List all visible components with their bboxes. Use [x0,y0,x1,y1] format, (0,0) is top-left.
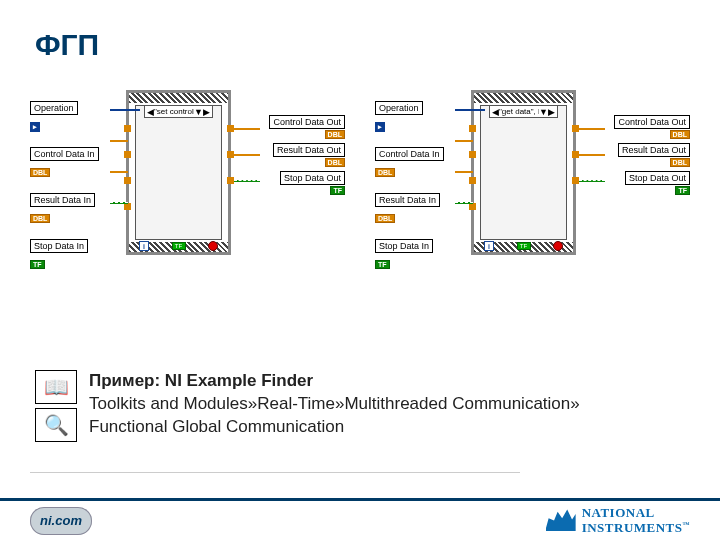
diagram-set-control: Operation▸ Control Data InDBL Result Dat… [30,85,345,265]
output-stop-data: Stop Data OutTF [265,167,345,171]
enum-icon: ▸ [375,122,385,132]
shift-register-icon [124,177,131,184]
stop-terminal-icon [553,241,563,251]
book-icon: 📖 [35,370,77,404]
wire [455,202,473,204]
stop-terminal-icon [208,241,218,251]
input-column: Operation▸ Control Data InDBL Result Dat… [375,97,455,281]
nicom-badge: ni.com [30,507,92,535]
loop-border-top [474,93,573,103]
dbl-icon: DBL [670,158,690,167]
case-structure: ◀ "get data", Default ▼ ▶ [480,105,567,240]
chevron-right-icon[interactable]: ▶ [548,107,555,117]
find-icon: 🔍 [35,408,77,442]
shift-register-icon [124,125,131,132]
input-result-data: Result Data InDBL [30,189,110,225]
wire [110,109,140,111]
shift-register-icon [572,125,579,132]
output-column: Control Data OutDBL Result Data OutDBL S… [265,115,345,195]
wire [110,140,128,142]
tip-header: Пример: NI Example Finder [89,371,313,390]
loop-footer: i TF [480,241,567,251]
output-result-data: Result Data OutDBL [610,139,690,143]
page-title: ФГП [35,28,99,62]
wire [455,109,485,111]
tf-icon: TF [675,186,690,195]
diagram-get-data: Operation▸ Control Data InDBL Result Dat… [375,85,690,265]
shift-register-icon [227,177,234,184]
wire [579,180,605,182]
chevron-down-icon[interactable]: ▼ [539,107,548,117]
shift-register-icon [124,203,131,210]
case-selector[interactable]: ◀ "get data", Default ▼ ▶ [489,105,558,118]
while-loop: ◀ "get data", Default ▼ ▶ i TF [471,90,576,255]
wire [110,202,128,204]
shift-register-icon [469,125,476,132]
footer: ni.com NATIONAL INSTRUMENTS™ [0,498,720,540]
case-selector[interactable]: ◀ "set control data" ▼ ▶ [144,105,213,118]
input-control-data: Control Data InDBL [375,143,455,179]
shift-register-icon [469,203,476,210]
wire [455,140,473,142]
chevron-left-icon[interactable]: ◀ [492,107,499,117]
dbl-icon: DBL [30,168,50,177]
chevron-left-icon[interactable]: ◀ [147,107,154,117]
loop-border-top [129,93,228,103]
input-stop-data: Stop Data InTF [30,235,110,271]
wire [579,154,605,156]
input-stop-data: Stop Data InTF [375,235,455,271]
ni-eagle-icon [546,509,576,531]
input-operation: Operation▸ [375,97,455,133]
case-structure: ◀ "set control data" ▼ ▶ [135,105,222,240]
tip-icons: 📖 🔍 [35,370,77,442]
input-result-data: Result Data InDBL [375,189,455,225]
loop-footer: i TF [135,241,222,251]
shift-register-icon [572,177,579,184]
output-stop-data: Stop Data OutTF [610,167,690,171]
tip-path-1: Toolkits and Modules»Real-Time»Multithre… [89,394,580,413]
diagram-row: Operation▸ Control Data InDBL Result Dat… [30,85,690,265]
output-column: Control Data OutDBL Result Data OutDBL S… [610,115,690,195]
dbl-icon: DBL [325,130,345,139]
tf-icon: TF [30,260,45,269]
tip-row: 📖 🔍 Пример: NI Example Finder Toolkits a… [35,370,675,442]
shift-register-icon [469,151,476,158]
shift-register-icon [469,177,476,184]
chevron-down-icon[interactable]: ▼ [194,107,203,117]
shift-register-icon [572,151,579,158]
dbl-icon: DBL [670,130,690,139]
dbl-icon: DBL [375,214,395,223]
wire [234,128,260,130]
tf-icon: TF [375,260,390,269]
iteration-terminal-icon: i [484,241,494,251]
wire [110,171,128,173]
wire [455,171,473,173]
slide: ФГП Operation▸ Control Data InDBL Result… [0,0,720,540]
enum-icon: ▸ [30,122,40,132]
shift-register-icon [227,125,234,132]
ni-logo-text: NATIONAL INSTRUMENTS™ [582,507,690,534]
iteration-terminal-icon: i [139,241,149,251]
tf-constant-icon: TF [517,242,531,250]
shift-register-icon [124,151,131,158]
shift-register-icon [227,151,234,158]
tf-constant-icon: TF [172,242,186,250]
input-column: Operation▸ Control Data InDBL Result Dat… [30,97,110,281]
tf-icon: TF [330,186,345,195]
output-result-data: Result Data OutDBL [265,139,345,143]
tip-path-2: Functional Global Communication [89,417,344,436]
while-loop: ◀ "set control data" ▼ ▶ i TF [126,90,231,255]
wire [234,154,260,156]
wire [579,128,605,130]
input-operation: Operation▸ [30,97,110,133]
tip-text: Пример: NI Example Finder Toolkits and M… [89,370,580,439]
input-control-data: Control Data InDBL [30,143,110,179]
dbl-icon: DBL [375,168,395,177]
wire [234,180,260,182]
dbl-icon: DBL [325,158,345,167]
chevron-right-icon[interactable]: ▶ [203,107,210,117]
divider [30,472,520,473]
dbl-icon: DBL [30,214,50,223]
ni-logo: NATIONAL INSTRUMENTS™ [546,507,690,534]
